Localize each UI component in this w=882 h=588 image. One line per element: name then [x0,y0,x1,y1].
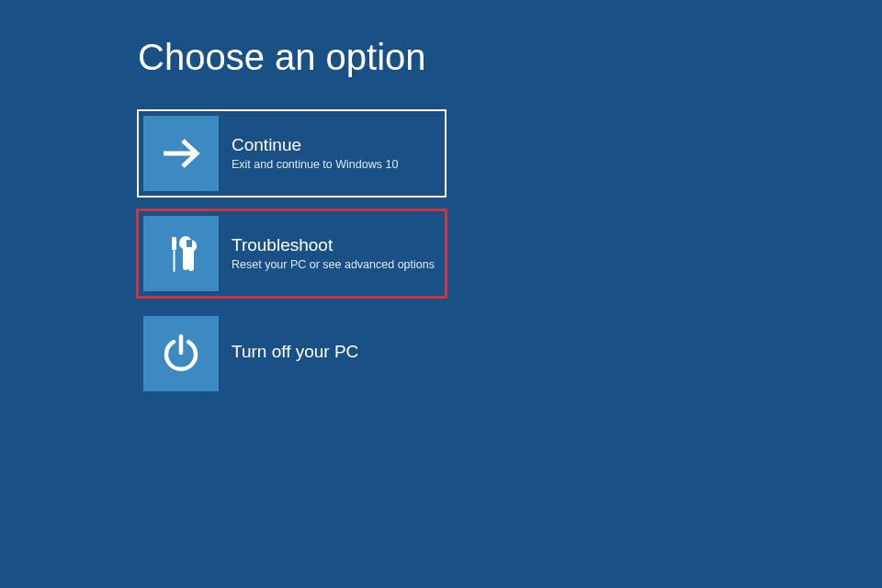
option-text-troubleshoot: Troubleshoot Reset your PC or see advanc… [219,235,444,273]
option-title: Turn off your PC [232,342,358,363]
option-text-poweroff: Turn off your PC [219,342,368,366]
option-power-off[interactable]: Turn off your PC [138,311,446,397]
option-subtitle: Exit and continue to Windows 10 [232,158,398,172]
page-title: Choose an option [138,37,446,78]
power-icon [143,316,219,391]
winre-menu: Choose an option Continue Exit and conti… [138,37,446,411]
option-title: Troubleshoot [232,235,435,256]
tools-icon [143,216,219,291]
svg-rect-2 [174,250,175,272]
svg-rect-1 [172,237,176,250]
option-text-continue: Continue Exit and continue to Windows 10 [219,135,407,173]
option-continue[interactable]: Continue Exit and continue to Windows 10 [138,110,446,197]
option-subtitle: Reset your PC or see advanced options [232,258,435,272]
option-troubleshoot[interactable]: Troubleshoot Reset your PC or see advanc… [138,210,446,297]
option-title: Continue [232,135,398,156]
arrow-right-icon [143,116,219,191]
